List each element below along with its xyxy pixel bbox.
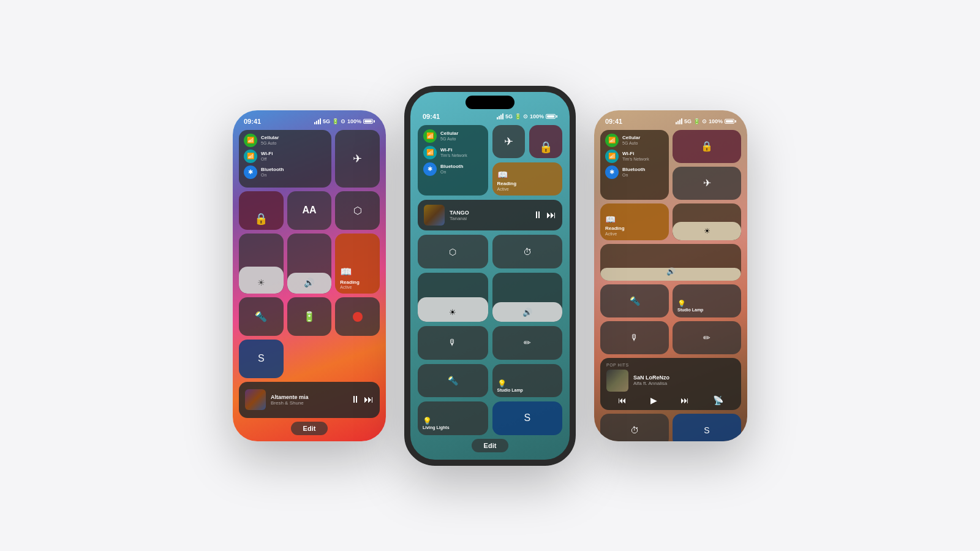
sound-rec-tile-right[interactable]: 🎙 [600, 321, 669, 354]
rewind-icon-right[interactable]: ⏮ [618, 395, 627, 405]
shazam-icon-center: S [524, 412, 530, 424]
flashlight-tile-left[interactable]: 🔦 [239, 297, 284, 336]
pen-tile-center[interactable]: ✏ [492, 326, 563, 359]
skip-icon-center[interactable]: ⏭ [546, 210, 556, 221]
airplay-icon-right[interactable]: 📡 [713, 395, 723, 405]
pen-icon-right: ✏ [703, 333, 710, 343]
phones-container: 09:41 5G 🔋 ⊙ 100% [233, 86, 747, 466]
record-icon-left [353, 312, 363, 322]
volume-slider-left[interactable]: 🔊 [287, 234, 332, 294]
bluetooth-row-right[interactable]: ✱ Bluetooth On [605, 165, 664, 179]
connectivity-group-center: 📶 Cellular 5G Auto 📶 Wi-Fi Tim's Network [418, 125, 488, 196]
lock-tile-center[interactable]: 🔒 [529, 125, 562, 158]
battery-pct-center: 100% [530, 113, 544, 120]
airplane-icon-center: ✈ [504, 135, 513, 148]
skip-icon-left[interactable]: ⏭ [364, 394, 374, 405]
sound-rec-tile-center[interactable]: 🎙 [418, 326, 488, 359]
flashlight-tile-right[interactable]: 🔦 [600, 284, 669, 317]
battery-display-right [725, 119, 736, 124]
studio-lamp-icon-center: 💡 [497, 379, 558, 388]
volume-icon-right: 🔊 [666, 267, 676, 276]
battery-display-center [546, 114, 557, 119]
music-controls-center[interactable]: ⏸ ⏭ [533, 210, 556, 221]
airplane-tile-right[interactable]: ✈ [673, 167, 741, 200]
cellular-icon-left: 📶 [244, 134, 257, 147]
airplane-tile-center[interactable]: ✈ [492, 125, 526, 158]
shazam-tile-left[interactable]: S [239, 340, 284, 378]
battery-tile-left[interactable]: 🔋 [287, 297, 332, 336]
mirror-tile-center[interactable]: ⬡ [418, 235, 488, 268]
volume-slider-center[interactable]: 🔊 [492, 273, 563, 322]
studio-lamp-tile-right[interactable]: 💡 Studio Lamp [673, 284, 741, 317]
mirror-icon-center: ⬡ [449, 247, 456, 257]
sound-rec-icon-center: 🎙 [448, 338, 457, 348]
flashlight-tile-center[interactable]: 🔦 [418, 364, 488, 397]
wifi-row-left[interactable]: 📶 Wi-Fi Off [244, 150, 326, 163]
bluetooth-text-center: Bluetooth On [440, 164, 463, 174]
bluetooth-row-left[interactable]: ✱ Bluetooth On [244, 165, 326, 179]
connectivity-group-left: 📶 Cellular 5G Auto 📶 Wi-Fi Off [239, 130, 331, 188]
wifi-row-right[interactable]: 📶 Wi-Fi Tim's Network [605, 150, 664, 163]
bluetooth-icon-center: ✱ [423, 162, 437, 176]
brightness-slider-center[interactable]: ☀ [418, 273, 488, 322]
pen-tile-right[interactable]: ✏ [673, 321, 741, 354]
wifi-icon-right: 📶 [605, 150, 619, 163]
brightness-slider-left[interactable]: ☀ [239, 234, 284, 294]
music-player-center[interactable]: TANGO Tananai ⏸ ⏭ [418, 200, 562, 230]
cellular-icon-center: 📶 [423, 129, 437, 143]
living-lights-tile-center[interactable]: 💡 Living Lights [418, 401, 488, 435]
status-bar-right: 09:41 5G 🔋 ⊙ 100% [600, 118, 741, 125]
time-left: 09:41 [244, 118, 261, 125]
music-controls-right[interactable]: ⏮ ▶ ⏭ 📡 [606, 395, 735, 405]
shazam-tile-center[interactable]: S [492, 401, 563, 435]
mirror-tile-left[interactable]: ⬡ [335, 191, 380, 230]
aa-tile-left[interactable]: AA [287, 191, 332, 230]
battery-icon-right: 🔋 [693, 118, 700, 124]
fast-forward-icon-right[interactable]: ⏭ [680, 395, 689, 405]
pause-icon-left[interactable]: ⏸ [350, 394, 360, 405]
reading-tile-left[interactable]: 📖 Reading Active [335, 234, 380, 294]
recent-tile-right[interactable]: ⏱ [600, 414, 669, 441]
dynamic-island [466, 96, 514, 109]
connectivity-group-right: 📶 Cellular 5G Auto 📶 Wi-Fi Tim's Network [600, 130, 669, 200]
music-controls-left[interactable]: ⏸ ⏭ [350, 394, 374, 405]
cellular-text-right: Cellular 5G Auto [622, 135, 640, 145]
battery-label-left: ⊙ [341, 118, 345, 124]
music-art-left [245, 389, 266, 410]
shazam-icon-right: S [704, 425, 709, 435]
cellular-row-right[interactable]: 📶 Cellular 5G Auto [605, 134, 664, 147]
timer-tile-center[interactable]: ⏱ [492, 235, 563, 268]
bluetooth-row-center[interactable]: ✱ Bluetooth On [423, 162, 483, 176]
battery-icon-center: 🔋 [514, 113, 521, 120]
shazam-tile-right[interactable]: S [673, 414, 741, 441]
play-icon-right[interactable]: ▶ [650, 395, 657, 405]
music-player-left[interactable]: Altamente mia Bresh & Shune ⏸ ⏭ [239, 382, 380, 418]
music-player-right[interactable]: POP HITS SaN LoReNzo Alfa ft. Annalisa ⏮… [600, 358, 741, 410]
living-lights-icon-center: 💡 [423, 417, 483, 425]
edit-button-left[interactable]: Edit [291, 422, 328, 435]
brightness-slider-right[interactable]: ☀ [673, 203, 741, 240]
cellular-row-center[interactable]: 📶 Cellular 5G Auto [423, 129, 483, 143]
edit-button-center[interactable]: Edit [472, 439, 509, 452]
record-tile-left[interactable] [335, 297, 380, 336]
phone-left: 09:41 5G 🔋 ⊙ 100% [233, 110, 386, 441]
volume-slider-right[interactable]: 🔊 [600, 244, 741, 281]
lock-tile-left[interactable]: 🔒 [239, 191, 284, 230]
reading-tile-center[interactable]: 📖 Reading Active [492, 162, 563, 196]
lock-icon-right: 🔒 [701, 140, 713, 152]
status-right-left: 5G 🔋 ⊙ 100% [314, 118, 375, 124]
battery-pct-left: 100% [347, 118, 361, 124]
sound-rec-icon-right: 🎙 [630, 333, 639, 343]
bluetooth-text-left: Bluetooth On [261, 167, 284, 177]
pause-icon-center[interactable]: ⏸ [533, 210, 543, 221]
battery-sym-center: ⊙ [523, 113, 528, 120]
wifi-row-center[interactable]: 📶 Wi-Fi Tim's Network [423, 146, 483, 159]
lock-tile-right[interactable]: 🔒 [673, 130, 741, 163]
mirror-icon-left: ⬡ [353, 205, 362, 216]
signal-icon-center [497, 113, 503, 120]
studio-lamp-tile-center[interactable]: 💡 Studio Lamp [492, 364, 563, 397]
reading-tile-right[interactable]: 📖 Reading Active [600, 203, 669, 240]
airplane-tile-left[interactable]: ✈ [335, 130, 380, 188]
cellular-row-left[interactable]: 📶 Cellular 5G Auto [244, 134, 326, 147]
brightness-icon-right: ☀ [704, 227, 710, 235]
